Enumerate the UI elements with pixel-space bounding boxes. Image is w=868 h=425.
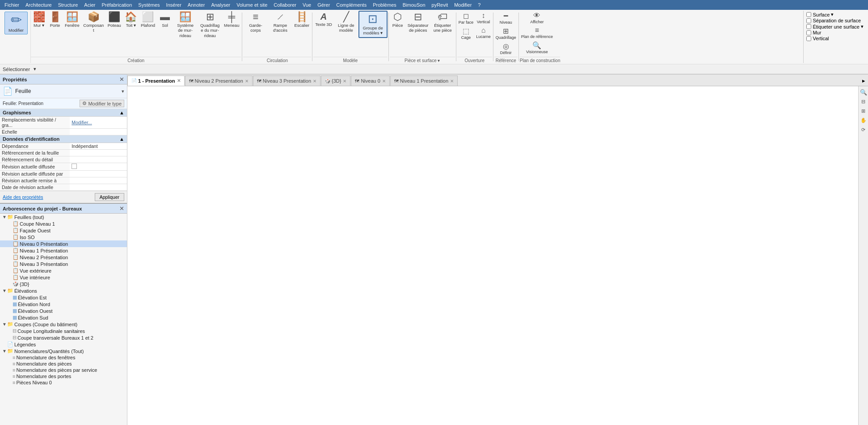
menu-problemes[interactable]: Problèmes: [370, 1, 399, 8]
meneau-button[interactable]: ╪ Meneau: [222, 11, 241, 29]
menu-fichier[interactable]: Fichier: [2, 1, 22, 8]
tree-niveau3-presentation[interactable]: 📋 Niveau 3 Présentation: [0, 261, 127, 267]
escalier-button[interactable]: 🪜 Escalier: [292, 11, 311, 29]
texte-3d-button[interactable]: A Texte 3D: [313, 11, 334, 28]
tree-coupe-transv[interactable]: ⊟ Coupe transversale Bureaux 1 et 2: [0, 334, 127, 341]
prop-value[interactable]: [70, 163, 127, 171]
feuilles-toggle[interactable]: ▼: [2, 215, 7, 219]
niveau-ref-button[interactable]: ━ Niveau: [494, 11, 518, 25]
tree-vue-exterieure[interactable]: 📋 Vue extérieure: [0, 267, 127, 274]
vertical-button[interactable]: ↕ Vertical: [475, 11, 492, 25]
menu-systemes[interactable]: Systèmes: [135, 1, 162, 8]
plafond-button[interactable]: ⬜ Plafond: [139, 11, 157, 29]
selector-dropdown-icon[interactable]: ▾: [34, 66, 36, 72]
fenetre-button[interactable]: 🪟 Fenêtre: [63, 11, 81, 29]
separation-surface-checkbox[interactable]: [806, 18, 811, 23]
separation-surface-checkbox-row[interactable]: Séparation de surface: [806, 18, 864, 23]
modify-type-button[interactable]: ⚙ Modifier le type: [80, 100, 124, 107]
tab-3d[interactable]: 🎲 {3D} ✕: [321, 76, 350, 86]
menu-modifier[interactable]: Modifier: [451, 1, 474, 8]
piece-button[interactable]: ⬡ Pièce: [390, 11, 406, 29]
tree-niveau0-presentation[interactable]: 📋 Niveau 0 Présentation: [0, 240, 127, 247]
selector-label[interactable]: Sélectionner: [3, 67, 30, 72]
lucarne-button[interactable]: ⌂ Lucarne: [475, 25, 492, 40]
menu-inserer[interactable]: Insérer: [164, 1, 184, 8]
zoom-in-button[interactable]: 🔍: [860, 88, 868, 96]
pan-button[interactable]: ✋: [860, 116, 868, 124]
afficher-button[interactable]: 👁 Afficher: [520, 11, 554, 25]
etiqueter-surface-checkbox[interactable]: [806, 24, 811, 29]
mur-checkbox2[interactable]: [806, 30, 811, 35]
menu-architecture[interactable]: Architecture: [23, 1, 55, 8]
garde-corps-button[interactable]: ≡ Garde-corps: [243, 11, 268, 34]
tab-niveau2[interactable]: 🗺 Niveau 2 Presentation ✕: [185, 76, 253, 86]
prop-value[interactable]: [70, 171, 127, 177]
menu-annoter[interactable]: Annoter: [185, 1, 208, 8]
tab-presentation[interactable]: 📄 1 - Presentation ✕: [127, 76, 185, 86]
menu-analyser[interactable]: Analyser: [208, 1, 233, 8]
help-link[interactable]: Aide des propriétés: [3, 194, 43, 200]
poteau-button[interactable]: ⬛ Poteau: [106, 11, 123, 29]
properties-close-button[interactable]: ✕: [119, 76, 124, 83]
tree-legendes[interactable]: 📄 Légendes: [0, 341, 127, 348]
prop-type-dropdown[interactable]: ▾: [122, 88, 124, 94]
mur-button[interactable]: 🧱 Mur ▾: [31, 11, 47, 29]
menu-gerer[interactable]: Gérer: [315, 1, 333, 8]
sol-button[interactable]: ▬ Sol: [157, 11, 173, 29]
tab-niveau3[interactable]: 🗺 Niveau 3 Presentation ✕: [253, 76, 320, 86]
tab-presentation-close[interactable]: ✕: [177, 78, 181, 83]
etiqueter-surface-checkbox-row[interactable]: Étiqueter une surface ▾: [806, 24, 864, 29]
porte-button[interactable]: 🚪 Porte: [47, 11, 63, 29]
modifier-button[interactable]: ✏ Modifier: [4, 12, 28, 34]
tree-feuilles-folder[interactable]: ▼ 📁 Feuilles (tout): [0, 214, 127, 220]
elevations-toggle[interactable]: ▼: [2, 288, 7, 293]
tree-niveau1-presentation[interactable]: 📋 Niveau 1 Présentation: [0, 247, 127, 254]
content-canvas[interactable]: [127, 86, 858, 425]
prop-value[interactable]: Modifier...: [70, 117, 127, 129]
tab-niveau3-close[interactable]: ✕: [313, 79, 316, 84]
tab-niveau0-close[interactable]: ✕: [382, 79, 386, 84]
surface-checkbox[interactable]: [806, 12, 811, 17]
tree-elevation-nord[interactable]: ▦ Élévation Nord: [0, 301, 127, 307]
systeme-mur-rideau-button[interactable]: 🪟 Système de mur-rideau: [173, 11, 198, 39]
composant-button[interactable]: 📦 Composant: [81, 11, 106, 34]
menu-structure[interactable]: Structure: [55, 1, 81, 8]
menu-pyrevit[interactable]: pyRevit: [429, 1, 451, 8]
tree-niveau2-presentation[interactable]: 📋 Niveau 2 Présentation: [0, 254, 127, 261]
fit-view-button[interactable]: ⊞: [860, 107, 868, 115]
zoom-out-button[interactable]: ⊟: [860, 97, 868, 105]
apply-button[interactable]: Appliquer: [95, 193, 124, 201]
tree-close-button[interactable]: ✕: [119, 205, 124, 212]
tab-niveau1[interactable]: 🗺 Niveau 1 Presentation ✕: [390, 76, 458, 86]
prop-value[interactable]: [70, 156, 127, 163]
tree-3d[interactable]: 🎲 {3D}: [0, 281, 127, 287]
menu-complements[interactable]: Compléments: [333, 1, 369, 8]
menu-help[interactable]: ?: [475, 1, 483, 8]
quadrillage-ref-button[interactable]: ⊞ Quadrillage: [494, 26, 518, 41]
tree-coupes-folder[interactable]: ▼ 📁 Coupes (Coupe du bâtiment): [0, 321, 127, 328]
mur-checkbox-row[interactable]: Mur: [806, 30, 864, 35]
graphismes-section-header[interactable]: Graphismes ▲: [0, 109, 127, 117]
tree-elevations-folder[interactable]: ▼ 📁 Élévations: [0, 287, 127, 294]
etiqueter-piece-button[interactable]: 🏷 Étiqueter une pièce: [430, 11, 455, 34]
menu-prefabrication[interactable]: Préfabrication: [99, 1, 135, 8]
prop-value[interactable]: [70, 150, 127, 156]
tree-vue-interieure[interactable]: 📋 Vue intérieure: [0, 274, 127, 281]
tree-elevation-sud[interactable]: ▦ Élévation Sud: [0, 314, 127, 321]
tree-nomenclature-pieces[interactable]: ≡ Nomenclature des pièces: [0, 361, 127, 367]
tree-elevation-est[interactable]: ▦ Élévation Est: [0, 294, 127, 301]
menu-acier[interactable]: Acier: [81, 1, 98, 8]
tabs-scroll-right[interactable]: ▸: [860, 76, 868, 86]
surface-checkbox-row[interactable]: Surface ▾: [806, 12, 864, 17]
plan-reference-button[interactable]: ≡ Plan de référence: [520, 25, 554, 40]
prop-value[interactable]: [70, 184, 127, 191]
tab-3d-close[interactable]: ✕: [343, 79, 346, 84]
rampe-acces-button[interactable]: ⟋ Rampe d'accès: [268, 11, 292, 34]
menu-collaborer[interactable]: Collaborer: [271, 1, 299, 8]
rotate-button[interactable]: ⟳: [860, 126, 868, 134]
identification-section-header[interactable]: Données d'identification ▲: [0, 135, 127, 143]
par-face-button[interactable]: ◻ Par face: [457, 11, 475, 25]
quadrillage-mur-rideau-button[interactable]: ⊞ Quadrillage du mur-rideau: [198, 11, 222, 39]
vertical-checkbox-row[interactable]: Vertical: [806, 36, 864, 41]
ligne-modele-button[interactable]: ╱ Ligne de modèle: [334, 11, 358, 34]
